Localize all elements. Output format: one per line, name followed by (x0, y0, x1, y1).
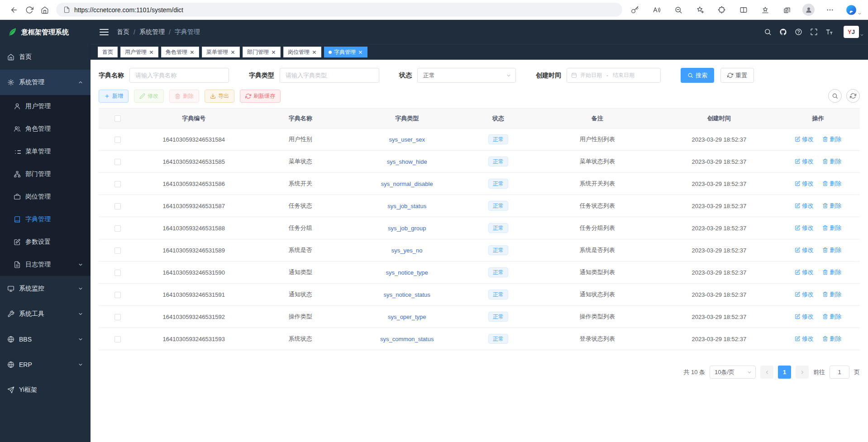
search-icon[interactable] (764, 28, 772, 36)
dict-type-link[interactable]: sys_notice_status (384, 291, 430, 298)
sidebar-item-user-management[interactable]: 用户管理 (0, 95, 91, 118)
row-delete-link[interactable]: 删除 (822, 335, 841, 343)
dict-type-link[interactable]: sys_show_hide (387, 158, 427, 165)
row-delete-link[interactable]: 删除 (822, 224, 841, 232)
breadcrumb-home[interactable]: 首页 (117, 28, 129, 36)
export-button[interactable]: 导出 (205, 90, 234, 103)
sidebar-item-post-management[interactable]: 岗位管理 (0, 185, 91, 208)
sidebar-item-system-tools[interactable]: 系统工具 (0, 301, 91, 327)
tab[interactable]: 用户管理 (120, 47, 158, 57)
jump-page-input[interactable] (830, 366, 849, 379)
read-aloud-icon[interactable] (650, 3, 663, 17)
next-page-button[interactable] (796, 366, 809, 379)
hamburger-icon[interactable] (100, 29, 109, 35)
row-delete-link[interactable]: 删除 (822, 313, 841, 321)
more-options-icon[interactable] (824, 3, 836, 17)
row-edit-link[interactable]: 修改 (795, 246, 814, 254)
sidebar-item-system-management[interactable]: 系统管理 (0, 70, 91, 95)
row-delete-link[interactable]: 删除 (822, 202, 841, 210)
row-edit-link[interactable]: 修改 (795, 202, 814, 210)
row-checkbox[interactable] (114, 314, 121, 320)
dict-type-link[interactable]: sys_common_status (380, 336, 434, 342)
sidebar-item-bbs[interactable]: BBS (0, 327, 91, 352)
help-icon[interactable] (795, 28, 802, 36)
add-favorite-icon[interactable] (694, 3, 706, 17)
sidebar-item-log-management[interactable]: 日志管理 (0, 253, 91, 276)
tab[interactable]: 菜单管理 (202, 47, 240, 57)
tab[interactable]: 角色管理 (161, 47, 199, 57)
sidebar-item-system-monitor[interactable]: 系统监控 (0, 276, 91, 301)
sidebar-item-erp[interactable]: ERP (0, 352, 91, 377)
close-icon[interactable] (358, 50, 363, 55)
github-icon[interactable] (779, 28, 787, 36)
url-text[interactable]: https://ccnetcore.com:1101/system/dict (74, 6, 183, 14)
tab[interactable]: 字典管理 (324, 47, 367, 57)
row-checkbox[interactable] (114, 203, 121, 209)
sidebar-item-param-settings[interactable]: 参数设置 (0, 231, 91, 253)
collections-icon[interactable] (781, 3, 793, 17)
user-avatar[interactable]: Y J (844, 26, 859, 38)
profile-avatar-icon[interactable] (802, 4, 815, 16)
dict-type-link[interactable]: sys_oper_type (388, 314, 426, 320)
zoom-out-icon[interactable] (672, 3, 685, 17)
tab[interactable]: 岗位管理 (283, 47, 321, 57)
bing-icon[interactable] (845, 4, 862, 16)
row-delete-link[interactable]: 删除 (822, 268, 841, 276)
toggle-search-button[interactable] (828, 89, 842, 103)
prev-page-button[interactable] (760, 366, 773, 379)
dict-type-link[interactable]: sys_job_status (387, 203, 426, 209)
sidebar-item-dict-management[interactable]: 字典管理 (0, 208, 91, 231)
address-bar[interactable]: https://ccnetcore.com:1101/system/dict (56, 3, 622, 17)
close-icon[interactable] (230, 50, 235, 55)
page-size-select[interactable]: 10条/页 (710, 366, 756, 379)
row-edit-link[interactable]: 修改 (795, 313, 814, 321)
close-icon[interactable] (190, 50, 195, 55)
font-size-icon[interactable] (825, 28, 833, 36)
sidebar-item-home[interactable]: 首页 (0, 44, 91, 70)
sidebar-item-role-management[interactable]: 角色管理 (0, 118, 91, 140)
row-edit-link[interactable]: 修改 (795, 135, 814, 143)
fullscreen-icon[interactable] (810, 28, 818, 36)
key-icon[interactable] (629, 3, 641, 17)
row-checkbox[interactable] (114, 137, 121, 143)
row-delete-link[interactable]: 删除 (822, 157, 841, 166)
row-checkbox[interactable] (114, 159, 121, 165)
row-delete-link[interactable]: 删除 (822, 246, 841, 254)
select-all-checkbox[interactable] (114, 115, 121, 122)
row-edit-link[interactable]: 修改 (795, 335, 814, 343)
split-screen-icon[interactable] (737, 3, 750, 17)
sidebar-item-dept-management[interactable]: 部门管理 (0, 163, 91, 185)
row-delete-link[interactable]: 删除 (822, 180, 841, 188)
sidebar-item-yi-framework[interactable]: Yi框架 (0, 377, 91, 403)
close-icon[interactable] (312, 50, 317, 55)
sidebar-item-menu-management[interactable]: 菜单管理 (0, 140, 91, 163)
back-icon[interactable] (6, 3, 22, 17)
row-edit-link[interactable]: 修改 (795, 268, 814, 276)
status-select[interactable]: 正常 (417, 68, 516, 83)
add-button[interactable]: 新增 (99, 90, 129, 103)
delete-button[interactable]: 删除 (169, 90, 199, 103)
row-checkbox[interactable] (114, 292, 121, 298)
search-button[interactable]: 搜索 (681, 68, 714, 83)
breadcrumb-system[interactable]: 系统管理 (139, 28, 165, 36)
row-checkbox[interactable] (114, 181, 121, 187)
close-icon[interactable] (271, 50, 276, 55)
refresh-cache-button[interactable]: 刷新缓存 (240, 90, 281, 103)
dict-type-link[interactable]: sys_yes_no (391, 247, 423, 254)
reset-button[interactable]: 重置 (720, 68, 754, 83)
refresh-table-button[interactable] (846, 89, 860, 103)
close-icon[interactable] (149, 50, 154, 55)
dict-type-link[interactable]: sys_normal_disable (381, 181, 433, 187)
row-delete-link[interactable]: 删除 (822, 135, 841, 143)
row-delete-link[interactable]: 删除 (822, 290, 841, 299)
favorites-icon[interactable] (759, 3, 772, 17)
edit-button[interactable]: 修改 (134, 90, 164, 103)
date-range-picker[interactable]: 开始日期 - 结束日期 (567, 68, 661, 83)
row-edit-link[interactable]: 修改 (795, 180, 814, 188)
row-checkbox[interactable] (114, 336, 121, 342)
dict-type-input[interactable] (280, 68, 379, 83)
dict-name-input[interactable] (129, 68, 229, 83)
dict-type-link[interactable]: sys_job_group (388, 225, 426, 232)
reload-icon[interactable] (22, 3, 37, 17)
home-icon[interactable] (37, 3, 52, 17)
